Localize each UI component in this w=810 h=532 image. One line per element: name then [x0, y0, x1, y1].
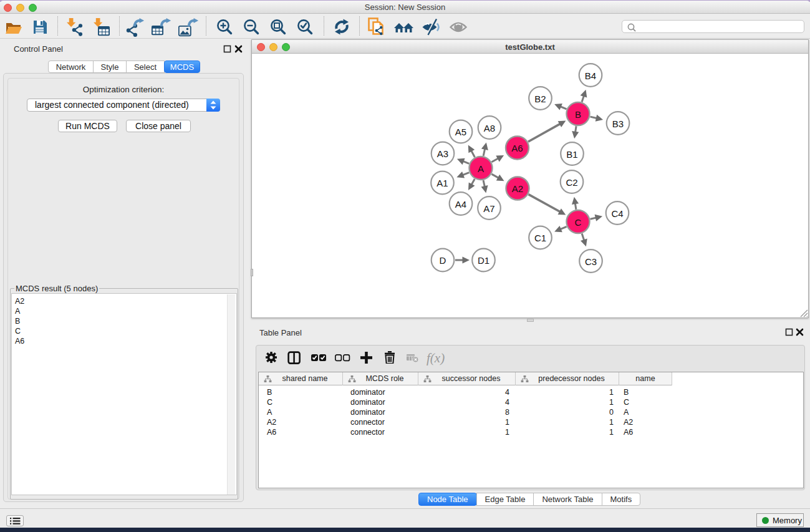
svg-text:A8: A8: [484, 123, 495, 133]
svg-text:A4: A4: [455, 199, 466, 210]
svg-text:B1: B1: [566, 149, 577, 160]
svg-text:D1: D1: [478, 255, 489, 266]
svg-text:B4: B4: [585, 70, 596, 81]
svg-text:A: A: [478, 163, 484, 174]
svg-text:C2: C2: [566, 177, 577, 188]
svg-text:C3: C3: [585, 256, 597, 267]
svg-text:A6: A6: [511, 143, 523, 153]
svg-text:A3: A3: [437, 148, 448, 159]
svg-text:A1: A1: [436, 178, 448, 188]
svg-text:A7: A7: [483, 203, 494, 214]
svg-text:C: C: [575, 217, 582, 228]
svg-text:C1: C1: [534, 233, 546, 243]
svg-text:B3: B3: [612, 118, 624, 129]
svg-text:A2: A2: [512, 183, 523, 194]
svg-text:B: B: [575, 109, 581, 120]
svg-text:B2: B2: [534, 94, 546, 104]
svg-text:D: D: [440, 255, 446, 266]
svg-text:A5: A5: [455, 127, 466, 137]
svg-text:C4: C4: [611, 208, 623, 219]
